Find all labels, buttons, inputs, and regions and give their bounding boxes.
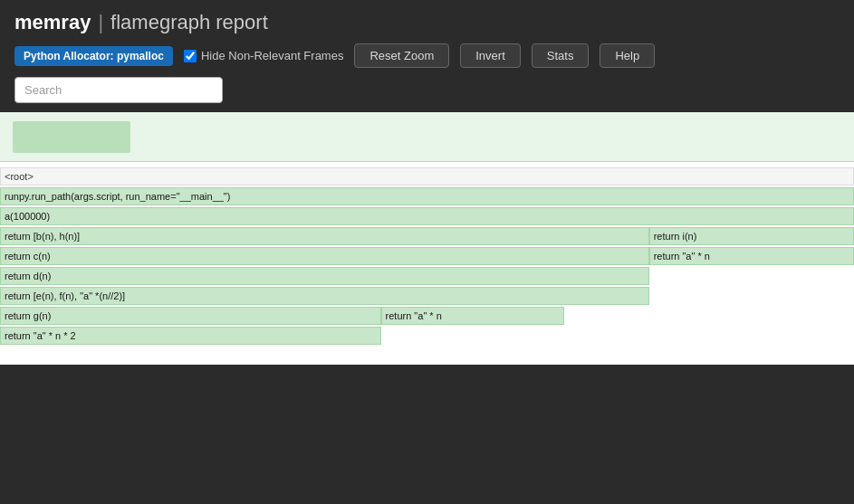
title-report: flamegraph report (110, 11, 268, 34)
allocator-badge: Python Allocator: pymalloc (14, 46, 173, 66)
stats-button[interactable]: Stats (532, 43, 590, 68)
flame-block[interactable]: return c(n) (0, 247, 649, 265)
flame-block[interactable]: return g(n) (0, 307, 381, 325)
title-memray: memray (14, 11, 91, 34)
invert-button[interactable]: Invert (460, 43, 521, 68)
flame-area: <root>runpy.run_path(args.script, run_na… (0, 162, 854, 365)
flame-row: return [e(n), f(n), "a" *(n//2)] (0, 287, 854, 306)
flame-row: return g(n)return "a" * n (0, 307, 854, 326)
search-input[interactable] (14, 77, 223, 103)
minimap-bar (13, 121, 130, 153)
hide-frames-text: Hide Non-Relevant Frames (201, 49, 344, 62)
flame-block[interactable]: <root> (0, 167, 854, 185)
flame-row: runpy.run_path(args.script, run_name="__… (0, 187, 854, 206)
flame-block[interactable]: return [b(n), h(n)] (0, 227, 649, 245)
flame-row: a(100000) (0, 207, 854, 226)
title-row: memray | flamegraph report (14, 11, 840, 34)
flame-row: <root> (0, 167, 854, 186)
hide-frames-label[interactable]: Hide Non-Relevant Frames (184, 49, 344, 62)
flame-block[interactable]: return "a" * n (649, 247, 854, 265)
flame-row: return [b(n), h(n)]return i(n) (0, 227, 854, 246)
flame-block[interactable]: return [e(n), f(n), "a" *(n//2)] (0, 287, 649, 305)
flame-block[interactable]: return "a" * n * 2 (0, 327, 381, 345)
title-separator: | (98, 11, 103, 34)
flame-row: return d(n) (0, 267, 854, 286)
flame-block[interactable]: return i(n) (649, 227, 854, 245)
search-row (14, 77, 840, 103)
reset-zoom-button[interactable]: Reset Zoom (354, 43, 449, 68)
hide-frames-checkbox[interactable] (184, 50, 197, 62)
flamegraph-container: <root>runpy.run_path(args.script, run_na… (0, 112, 854, 365)
flame-block[interactable]: runpy.run_path(args.script, run_name="__… (0, 187, 854, 205)
flame-block[interactable]: return "a" * n (381, 307, 565, 325)
help-button[interactable]: Help (600, 43, 655, 68)
flame-row: return "a" * n * 2 (0, 327, 854, 346)
controls-row: Python Allocator: pymalloc Hide Non-Rele… (14, 43, 840, 68)
flame-block[interactable]: a(100000) (0, 207, 854, 225)
minimap (0, 112, 854, 162)
header: memray | flamegraph report Python Alloca… (0, 0, 854, 112)
flame-row: return c(n)return "a" * n (0, 247, 854, 266)
flame-block[interactable]: return d(n) (0, 267, 649, 285)
